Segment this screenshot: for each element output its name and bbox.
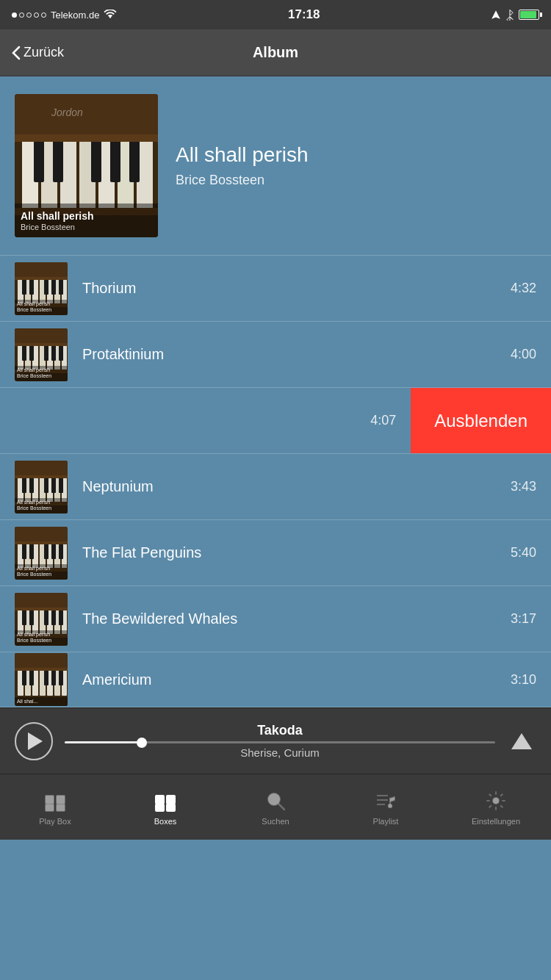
svg-rect-15 bbox=[15, 94, 158, 134]
tab-suchen[interactable]: Suchen bbox=[220, 774, 331, 840]
svg-rect-120 bbox=[167, 804, 175, 811]
track-thumb-5: All shall perishBrice Bossteen bbox=[15, 593, 68, 646]
suchen-icon bbox=[264, 789, 287, 813]
dot-4 bbox=[34, 12, 39, 18]
track-row-6[interactable]: All shal... Americium 3:10 bbox=[0, 652, 551, 707]
svg-rect-76 bbox=[51, 543, 56, 559]
dot-5 bbox=[41, 12, 46, 18]
battery-fill bbox=[520, 11, 536, 18]
status-bar: Telekom.de 17:18 bbox=[0, 0, 551, 29]
svg-rect-57 bbox=[22, 477, 26, 493]
svg-rect-74 bbox=[29, 543, 34, 559]
signal-dots bbox=[12, 12, 46, 18]
track-duration-3: 3:43 bbox=[511, 479, 536, 494]
now-playing-title: Takoda bbox=[65, 723, 495, 738]
track-list: All shall perishBrice Bossteen Thorium 4… bbox=[0, 256, 551, 707]
svg-rect-93 bbox=[59, 609, 63, 625]
tab-einstellungen-label: Einstellungen bbox=[472, 817, 520, 826]
track-row-1[interactable]: All shall perishBrice Bossteen Protaktin… bbox=[0, 322, 551, 388]
svg-rect-114 bbox=[46, 804, 54, 811]
track-name-3: Neptunium bbox=[82, 478, 502, 495]
up-next-button[interactable] bbox=[507, 722, 536, 760]
carrier-label: Telekom.de bbox=[51, 10, 99, 21]
track-thumb-4: All shall perishBrice Bossteen bbox=[15, 527, 68, 580]
now-playing-info: Takoda Sherise, Curium bbox=[65, 723, 495, 759]
track-row-3[interactable]: All shall perishBrice Bossteen Neptunium… bbox=[0, 454, 551, 520]
track-duration-4: 5:40 bbox=[511, 545, 536, 561]
svg-rect-92 bbox=[51, 609, 56, 625]
svg-rect-41 bbox=[22, 345, 26, 361]
back-button[interactable]: Zurück bbox=[12, 45, 64, 60]
svg-rect-11 bbox=[110, 138, 120, 182]
dot-2 bbox=[19, 12, 24, 18]
svg-rect-91 bbox=[44, 609, 48, 625]
svg-rect-108 bbox=[51, 669, 56, 685]
album-art-artist: Brice Bossteen bbox=[21, 223, 152, 231]
svg-rect-48 bbox=[15, 328, 68, 343]
album-info: All shall perish Brice Bossteen bbox=[176, 143, 536, 188]
playlist-icon bbox=[374, 789, 397, 813]
tab-playbox[interactable]: Play Box bbox=[0, 774, 110, 840]
svg-rect-107 bbox=[44, 669, 48, 685]
svg-line-122 bbox=[278, 804, 284, 810]
track-row-5[interactable]: All shall perishBrice Bossteen The Bewil… bbox=[0, 586, 551, 652]
boxes-icon bbox=[154, 789, 177, 813]
svg-rect-118 bbox=[167, 796, 175, 804]
bluetooth-icon bbox=[505, 9, 514, 21]
battery-icon bbox=[519, 10, 539, 20]
track-duration-0: 4:32 bbox=[511, 281, 536, 296]
track-thumb-3: All shall perishBrice Bossteen bbox=[15, 461, 68, 514]
status-left: Telekom.de bbox=[12, 10, 117, 21]
tab-einstellungen[interactable]: Einstellungen bbox=[441, 774, 551, 840]
svg-rect-77 bbox=[59, 543, 63, 559]
track-thumb-0: All shall perishBrice Bossteen bbox=[15, 262, 68, 315]
album-title: All shall perish bbox=[176, 143, 536, 167]
now-playing-bar: Takoda Sherise, Curium bbox=[0, 707, 551, 774]
track-row-4[interactable]: All shall perishBrice Bossteen The Flat … bbox=[0, 520, 551, 586]
svg-rect-109 bbox=[59, 669, 63, 685]
track-duration-1: 4:00 bbox=[511, 347, 536, 362]
svg-rect-10 bbox=[91, 138, 101, 182]
svg-rect-26 bbox=[29, 278, 34, 295]
progress-bar[interactable] bbox=[65, 741, 495, 743]
chevron-left-icon bbox=[12, 46, 21, 60]
track-row-ausblenden[interactable]: 4:07 Ausblenden bbox=[0, 388, 551, 454]
svg-rect-117 bbox=[156, 796, 164, 804]
svg-rect-106 bbox=[29, 669, 34, 685]
progress-knob[interactable] bbox=[137, 738, 147, 748]
svg-rect-43 bbox=[44, 345, 48, 361]
tab-playlist[interactable]: Playlist bbox=[331, 774, 441, 840]
track-duration-6: 3:10 bbox=[511, 672, 536, 688]
ausblenden-track-content: 4:07 bbox=[0, 388, 411, 453]
playbox-icon bbox=[43, 789, 67, 813]
svg-rect-64 bbox=[15, 461, 68, 475]
svg-rect-45 bbox=[59, 345, 63, 361]
einstellungen-icon bbox=[484, 789, 508, 813]
ausblenden-button[interactable]: Ausblenden bbox=[411, 388, 551, 453]
play-icon bbox=[28, 732, 43, 750]
nav-title: Album bbox=[253, 44, 298, 61]
svg-rect-28 bbox=[51, 278, 56, 295]
track-name-5: The Bewildered Whales bbox=[82, 610, 502, 627]
play-button[interactable] bbox=[15, 722, 53, 760]
album-header: Jordon All shall perish Brice Bossteen A… bbox=[0, 76, 551, 256]
svg-rect-111 bbox=[15, 653, 68, 668]
track-name-6: Americium bbox=[82, 671, 502, 688]
track-thumb-6: All shal... bbox=[15, 653, 68, 706]
svg-rect-29 bbox=[59, 278, 63, 295]
now-playing-artist: Sherise, Curium bbox=[65, 746, 495, 759]
progress-fill bbox=[65, 741, 142, 743]
svg-rect-9 bbox=[53, 138, 63, 182]
ausblenden-duration: 4:07 bbox=[370, 413, 396, 428]
svg-rect-8 bbox=[34, 138, 44, 182]
nav-bar: Zurück Album bbox=[0, 29, 551, 76]
svg-rect-58 bbox=[29, 477, 34, 493]
svg-text:Jordon: Jordon bbox=[51, 107, 83, 118]
svg-rect-27 bbox=[44, 278, 48, 295]
track-row-0[interactable]: All shall perishBrice Bossteen Thorium 4… bbox=[0, 256, 551, 322]
svg-rect-90 bbox=[29, 609, 34, 625]
dot-1 bbox=[12, 12, 17, 18]
svg-rect-80 bbox=[15, 527, 68, 541]
tab-boxes[interactable]: Boxes bbox=[110, 774, 220, 840]
svg-rect-73 bbox=[22, 543, 26, 559]
